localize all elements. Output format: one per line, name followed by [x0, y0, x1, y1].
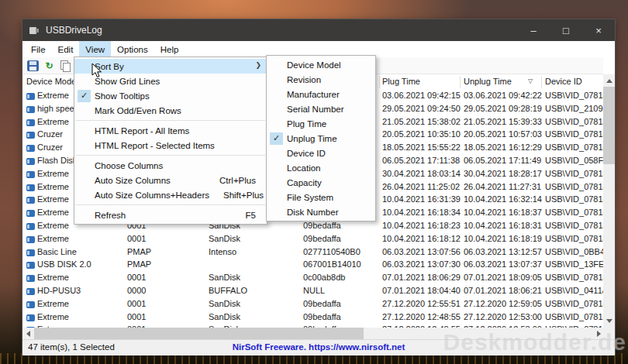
maximize-button[interactable]: □ [550, 19, 582, 41]
sort-submenu-item[interactable]: Location [267, 160, 375, 175]
table-row[interactable]: Extreme 0001 SanDisk 0c00ab8db 07.01.202… [22, 272, 605, 285]
usb-drive-icon [26, 158, 35, 165]
usb-drive-icon [26, 288, 35, 295]
sort-submenu-item[interactable]: File System [267, 190, 375, 204]
titlebar[interactable]: USBDriveLog – □ × [22, 19, 615, 41]
sort-submenu-item[interactable]: Serial Number [267, 101, 375, 116]
view-menu-item[interactable]: Mark Odd/Even Rows ❯ [74, 103, 267, 118]
vertical-scrollbar-thumb[interactable] [603, 87, 615, 164]
window-controls: – □ × [517, 19, 615, 41]
header-divider [379, 76, 380, 88]
vertical-scrollbar[interactable] [603, 74, 615, 328]
mouse-cursor-icon [91, 64, 102, 82]
close-button[interactable]: × [582, 19, 615, 41]
menubar-item[interactable]: Edit [52, 41, 80, 57]
view-menu-item[interactable]: Sort By ❯ [74, 59, 267, 74]
view-menu-item[interactable]: Choose Columns ❯ [74, 158, 267, 173]
column-header-plug-time[interactable]: Plug Time [382, 77, 420, 86]
desktop-background: USBDriveLog – □ × FileEditViewOptionsHel… [0, 0, 628, 364]
sort-submenu-item[interactable]: Device ID [267, 146, 375, 160]
usb-drive-icon [26, 223, 35, 230]
sort-submenu-item[interactable]: Plug Time [267, 116, 375, 131]
view-menu-item[interactable]: ✓ Show Tooltips ❯ [74, 88, 267, 103]
usb-drive-icon [26, 301, 35, 308]
checkmark-icon: ✓ [270, 132, 283, 145]
view-menu-item[interactable]: Auto Size Columns Ctrl+Plus ❯ [74, 173, 267, 187]
header-divider [541, 76, 542, 88]
usb-drive-icon [26, 93, 35, 100]
view-menu-item: ❯ [74, 118, 267, 123]
usb-drive-icon [26, 145, 35, 152]
view-menu: Sort By ❯ Show Grid Lines ❯ ✓ Show Toolt… [74, 57, 267, 225]
table-row[interactable]: HD-PUSU3 0000 BUFFALO NULL 07.01.2021 18… [22, 285, 605, 298]
app-icon [29, 26, 40, 35]
scroll-down-icon[interactable] [606, 319, 612, 323]
horizontal-scrollbar-thumb[interactable] [34, 328, 364, 339]
view-menu-item: ❯ [74, 153, 267, 158]
scroll-left-icon[interactable] [26, 331, 30, 337]
refresh-icon[interactable]: ↻ [43, 60, 55, 71]
menubar-item[interactable]: Help [154, 41, 185, 57]
table-row[interactable]: USB DISK 2.0 PMAP 067001B14010 06.03.202… [22, 259, 605, 272]
usb-drive-icon [26, 275, 35, 282]
view-menu-item[interactable]: Show Grid Lines ❯ [74, 74, 267, 88]
sort-submenu-item[interactable]: Manufacturer [267, 87, 375, 101]
sort-by-submenu: Device Model Revision Manufacturer Seria… [266, 55, 376, 221]
minimize-button[interactable]: – [517, 19, 550, 41]
window-title: USBDriveLog [46, 25, 102, 36]
usb-drive-icon [26, 132, 35, 139]
column-header-device-model[interactable]: Device Model [26, 77, 78, 86]
usb-drive-icon [26, 314, 35, 321]
usb-drive-icon [26, 184, 35, 191]
sort-desc-icon: ▽ [528, 77, 533, 84]
usb-drive-icon [26, 210, 35, 217]
save-icon[interactable] [27, 60, 39, 71]
view-menu-item[interactable]: Refresh F5 ❯ [74, 208, 267, 222]
usb-drive-icon [26, 236, 35, 243]
view-menu-item: ❯ [74, 202, 267, 208]
sort-submenu-item[interactable]: Capacity [267, 175, 375, 190]
view-menu-item[interactable]: HTML Report - Selected Items ❯ [74, 138, 267, 153]
usb-drive-icon [26, 249, 35, 256]
sort-submenu-item[interactable]: Disk Number [267, 204, 375, 219]
menubar-item[interactable]: File [25, 41, 52, 57]
table-row[interactable]: Extreme 0001 SanDisk 09bedaffa 27.12.202… [22, 311, 605, 325]
sort-submenu-item[interactable]: Revision [267, 72, 375, 87]
sort-submenu-item[interactable]: Device Model [267, 57, 375, 72]
copy-icon[interactable] [60, 60, 71, 71]
table-row[interactable]: Basic Line PMAP Intenso 0277110540B0 06.… [22, 246, 605, 259]
sort-submenu-item[interactable]: ✓ Unplug Time [267, 131, 375, 146]
menubar-item[interactable]: View [79, 41, 111, 57]
usb-drive-icon [26, 262, 35, 269]
scroll-up-icon[interactable] [606, 79, 612, 83]
table-row[interactable]: Extreme 0001 SanDisk 09bedaffa 10.04.202… [22, 233, 605, 246]
view-menu-item[interactable]: Auto Size Columns+Headers Shift+Plus ❯ [74, 187, 267, 202]
checkmark-icon: ✓ [78, 90, 91, 102]
header-divider [460, 76, 461, 88]
usb-drive-icon [26, 171, 35, 178]
usb-drive-icon [26, 197, 35, 204]
submenu-arrow-icon: ❯ [255, 61, 261, 69]
column-header-device-id[interactable]: Device ID [545, 77, 582, 86]
view-menu-item[interactable]: HTML Report - All Items ❯ [74, 123, 267, 138]
menubar-item[interactable]: Options [111, 41, 154, 57]
usb-drive-icon [26, 106, 35, 113]
table-row[interactable]: Extreme 0001 SanDisk 09bedaffa 27.12.202… [22, 298, 605, 311]
column-header-unplug-time[interactable]: Unplug Time [464, 77, 512, 86]
deskmodder-watermark: Deskmodder.de [443, 329, 626, 355]
usb-drive-icon [26, 119, 35, 126]
